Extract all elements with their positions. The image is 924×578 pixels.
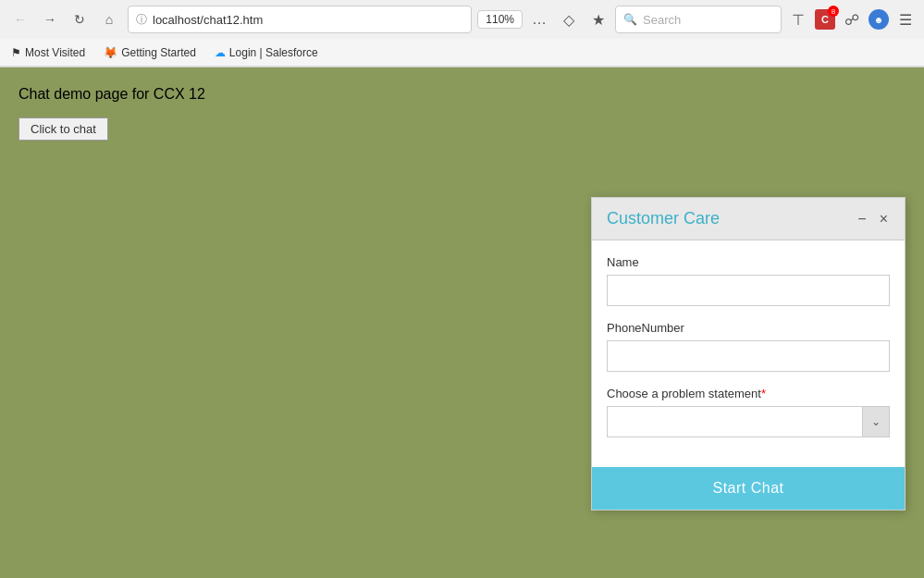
url-text: localhost/chat12.htm xyxy=(153,13,463,27)
chat-widget: Customer Care − × Name PhoneNumber xyxy=(591,197,906,510)
address-bar[interactable]: ⓘ localhost/chat12.htm xyxy=(128,6,472,33)
getting-started-icon: 🦊 xyxy=(104,46,117,59)
chat-header: Customer Care − × xyxy=(592,198,905,240)
phone-label: PhoneNumber xyxy=(607,321,890,335)
bookmark-icon[interactable]: ★ xyxy=(587,8,610,31)
salesforce-icon: ☁ xyxy=(215,46,226,59)
chat-body: Name PhoneNumber Choose a problem statem… xyxy=(592,240,905,467)
phone-field-group: PhoneNumber xyxy=(607,321,890,372)
name-field-group: Name xyxy=(607,255,890,306)
profile-icon[interactable]: ☻ xyxy=(869,9,889,30)
menu-icon[interactable]: ☰ xyxy=(894,8,917,31)
reader-mode-icon[interactable]: ☍ xyxy=(841,8,863,31)
page-content: Chat demo page for CCX 12 Click to chat … xyxy=(0,68,924,578)
search-placeholder: Search xyxy=(643,13,681,27)
bookmarks-bar: ⚑ Most Visited 🦊 Getting Started ☁ Login… xyxy=(0,39,924,67)
nav-buttons: ← → ↻ ⌂ xyxy=(7,6,122,32)
reload-button[interactable]: ↻ xyxy=(67,6,92,32)
bookmark-login-salesforce[interactable]: ☁ Login | Salesforce xyxy=(211,44,322,61)
chat-header-actions: − × xyxy=(856,212,890,227)
browser-toolbar: ← → ↻ ⌂ ⓘ localhost/chat12.htm 110% … ◇ … xyxy=(0,0,924,39)
extensions-icon-wrapper: C 8 xyxy=(815,9,835,30)
browser-right-icons: ⊤ C 8 ☍ ☻ ☰ xyxy=(787,8,917,31)
name-input[interactable] xyxy=(607,275,890,306)
close-button[interactable]: × xyxy=(878,212,890,227)
library-icon[interactable]: ⊤ xyxy=(787,8,809,31)
bookmark-most-visited[interactable]: ⚑ Most Visited xyxy=(7,44,89,61)
back-button[interactable]: ← xyxy=(7,6,33,32)
page-title: Chat demo page for CCX 12 xyxy=(18,86,906,103)
phone-input[interactable] xyxy=(607,340,890,372)
chat-title: Customer Care xyxy=(607,209,720,228)
problem-select-wrapper: ⌄ xyxy=(607,406,890,437)
most-visited-icon: ⚑ xyxy=(11,46,21,59)
problem-label: Choose a problem statement* xyxy=(607,387,890,400)
info-icon: ⓘ xyxy=(136,12,147,28)
search-icon: 🔍 xyxy=(623,13,637,26)
required-indicator: * xyxy=(761,387,766,400)
problem-select[interactable] xyxy=(607,406,890,437)
forward-button[interactable]: → xyxy=(37,6,63,32)
minimize-button[interactable]: − xyxy=(856,212,868,227)
problem-field-group: Choose a problem statement* ⌄ xyxy=(607,387,890,437)
pocket-icon[interactable]: ◇ xyxy=(558,8,580,31)
home-button[interactable]: ⌂ xyxy=(96,6,122,32)
click-to-chat-button[interactable]: Click to chat xyxy=(18,117,108,141)
more-options-icon[interactable]: … xyxy=(528,8,550,31)
login-salesforce-label: Login | Salesforce xyxy=(229,46,318,59)
browser-chrome: ← → ↻ ⌂ ⓘ localhost/chat12.htm 110% … ◇ … xyxy=(0,0,924,68)
bookmark-getting-started[interactable]: 🦊 Getting Started xyxy=(100,44,200,61)
extensions-badge: 8 xyxy=(828,6,839,17)
getting-started-label: Getting Started xyxy=(121,46,196,59)
name-label: Name xyxy=(607,255,890,269)
start-chat-button[interactable]: Start Chat xyxy=(592,467,905,510)
zoom-badge[interactable]: 110% xyxy=(477,10,523,29)
toolbar-icons: … ◇ ★ xyxy=(528,8,610,31)
search-bar[interactable]: 🔍 Search xyxy=(615,6,782,33)
most-visited-label: Most Visited xyxy=(25,46,85,59)
